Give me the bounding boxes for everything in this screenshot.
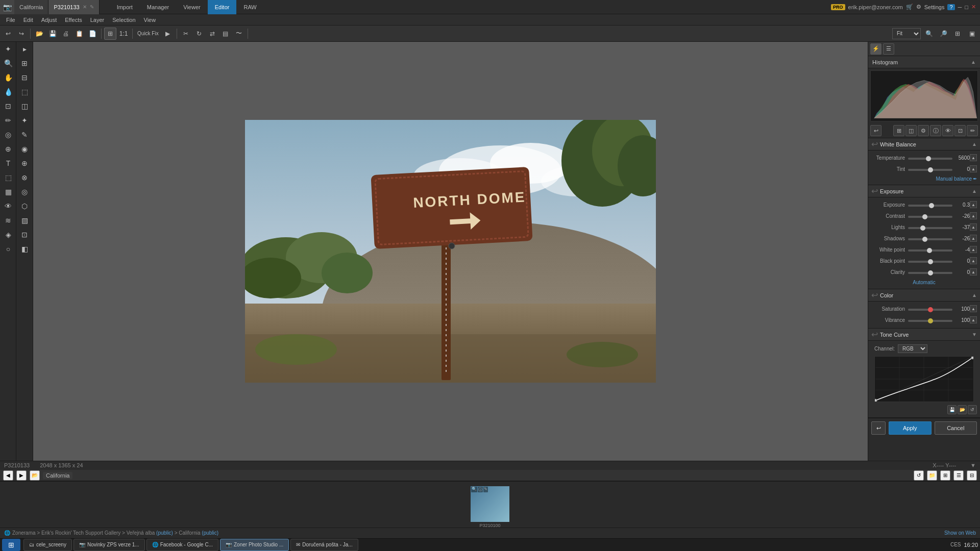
print-button[interactable]: 🖨 (60, 28, 72, 40)
thumb-view[interactable]: ☰ (953, 470, 964, 481)
black-point-up-btn[interactable]: ▲ (970, 257, 977, 264)
tool-zoom[interactable]: 🔍 (0, 56, 16, 70)
tool-alt1[interactable]: ▸ (16, 42, 33, 56)
open-button[interactable]: 📂 (33, 28, 45, 40)
white-point-slider[interactable] (908, 249, 952, 252)
right-tool-eye[interactable]: 👁 (942, 125, 953, 136)
menu-file[interactable]: File (2, 14, 19, 26)
rotate-button[interactable]: ↻ (193, 28, 205, 40)
right-tool-lightning[interactable]: ⚡ (870, 43, 881, 55)
grid-button[interactable]: ⊞ (951, 28, 964, 40)
lights-up-btn[interactable]: ▲ (970, 223, 977, 231)
save-button[interactable]: 💾 (46, 28, 59, 40)
apply-button[interactable]: Apply (889, 421, 932, 435)
right-tool-layers2[interactable]: ◫ (905, 125, 917, 136)
tool-alt9[interactable]: ⊕ (16, 156, 33, 170)
tool-clone[interactable]: ◎ (0, 128, 16, 142)
contrast-slider[interactable] (908, 216, 952, 218)
flip-button[interactable]: ⇄ (206, 28, 218, 40)
tool-alt12[interactable]: ⬡ (16, 199, 33, 213)
cancel-button[interactable]: Cancel (935, 421, 977, 435)
start-button[interactable]: ⊞ (2, 539, 20, 551)
help-icon[interactable]: ? (947, 4, 954, 10)
thumb-next[interactable]: ▶ (16, 470, 27, 481)
color-undo-arrow[interactable]: ↩ (871, 290, 878, 300)
tool-alt5[interactable]: ◫ (16, 99, 33, 113)
black-point-slider[interactable] (908, 261, 952, 263)
taskbar-item-3[interactable]: 📷 Zoner Photo Studio ... (220, 539, 289, 551)
close-icon[interactable]: ✕ (83, 4, 87, 10)
color-expand-arrow[interactable]: ▲ (972, 292, 977, 298)
tool-alt2[interactable]: ⊞ (16, 56, 33, 70)
tool-eyedropper[interactable]: 💧 (0, 85, 16, 99)
thumb-prev[interactable]: ◀ (3, 470, 13, 481)
taskbar-item-0[interactable]: 🗂 cele_screeny (23, 539, 72, 551)
temperature-up-btn[interactable]: ▲ (970, 154, 977, 161)
show-on-web-link[interactable]: Show on Web (944, 530, 976, 536)
vibrance-up-btn[interactable]: ▲ (970, 316, 977, 323)
tint-slider[interactable] (908, 169, 952, 171)
tool-alt6[interactable]: ✦ (16, 113, 33, 128)
exp-expand-arrow[interactable]: ▲ (972, 188, 977, 194)
settings-label[interactable]: Settings (924, 4, 945, 10)
tab-viewer[interactable]: Viewer (176, 0, 207, 14)
right-tool-undo[interactable]: ↩ (870, 125, 881, 136)
tab-file[interactable]: P3210133 ✕ ✎ (48, 0, 99, 14)
levels-button[interactable]: ▤ (219, 28, 232, 40)
menu-layer[interactable]: Layer (86, 14, 109, 26)
tool-liquify[interactable]: ≋ (0, 213, 16, 228)
shadows-slider[interactable] (908, 238, 952, 240)
automatic-link[interactable]: Automatic (871, 280, 977, 285)
curves-button[interactable]: 〜 (233, 28, 245, 40)
tool-move[interactable]: ✦ (0, 42, 16, 56)
crop-button[interactable]: ✂ (180, 28, 192, 40)
clarity-slider[interactable] (908, 272, 952, 274)
temperature-slider[interactable] (908, 158, 952, 160)
tool-text[interactable]: T (0, 156, 16, 170)
thumb-sort[interactable]: ⊞ (940, 470, 950, 481)
tool-alt3[interactable]: ⊟ (16, 70, 33, 85)
histogram-header[interactable]: Histogram ▲ (868, 56, 980, 68)
channel-select[interactable]: RGB Red Green Blue (898, 344, 927, 353)
tone-curve-canvas[interactable] (874, 356, 974, 402)
window-minimize-icon[interactable]: ─ (958, 4, 962, 10)
right-tool-crop[interactable]: ⊡ (954, 125, 966, 136)
right-tool-settings[interactable]: ⚙ (918, 125, 929, 136)
thumb-view2[interactable]: ⊟ (967, 470, 977, 481)
window-close-icon[interactable]: ✕ (971, 4, 976, 10)
exp-undo-arrow[interactable]: ↩ (871, 186, 878, 196)
right-tool-brush[interactable]: ✏ (967, 125, 978, 136)
tab-import[interactable]: Import (110, 0, 140, 14)
tab-raw[interactable]: RAW (236, 0, 263, 14)
wb-undo-arrow[interactable]: ↩ (871, 139, 878, 149)
window-restore-icon[interactable]: □ (965, 4, 968, 10)
tool-alt10[interactable]: ⊗ (16, 170, 33, 185)
saturation-slider[interactable] (908, 309, 952, 311)
tab-editor[interactable]: Editor (208, 0, 237, 14)
exposure-up-btn[interactable]: ▲ (970, 201, 977, 208)
taskbar-item-4[interactable]: ✉ Doručená pošta - Ja... (290, 539, 358, 551)
menu-edit[interactable]: Edit (19, 14, 37, 26)
tint-up-btn[interactable]: ▲ (970, 165, 977, 172)
tool-alt14[interactable]: ⊡ (16, 228, 33, 242)
contrast-up-btn[interactable]: ▲ (970, 212, 977, 219)
cart-icon[interactable]: 🛒 (906, 4, 913, 10)
menu-view[interactable]: View (140, 14, 160, 26)
vibrance-slider[interactable] (908, 320, 952, 322)
menu-selection[interactable]: Selection (108, 14, 139, 26)
tab-manager[interactable]: Manager (140, 0, 176, 14)
right-tool-layers[interactable]: ☰ (883, 43, 894, 55)
menu-effects[interactable]: Effects (61, 14, 86, 26)
manual-balance-link[interactable]: Manual balance ✒ (936, 176, 977, 182)
tool-gradient[interactable]: ▦ (0, 185, 16, 199)
wb-expand-arrow[interactable]: ▲ (972, 141, 977, 147)
tc-tool-load[interactable]: 📂 (958, 405, 967, 414)
zoom-out-button[interactable]: 🔎 (937, 28, 949, 40)
copy-button[interactable]: 📋 (73, 28, 85, 40)
zoom-100-button[interactable]: 1:1 (117, 28, 130, 40)
paste-button[interactable]: 📄 (86, 28, 99, 40)
tc-expand-arrow[interactable]: ▼ (972, 332, 977, 337)
tool-alt11[interactable]: ◎ (16, 185, 33, 199)
tool-red-eye[interactable]: 👁 (0, 199, 16, 213)
tool-alt15[interactable]: ◧ (16, 242, 33, 256)
